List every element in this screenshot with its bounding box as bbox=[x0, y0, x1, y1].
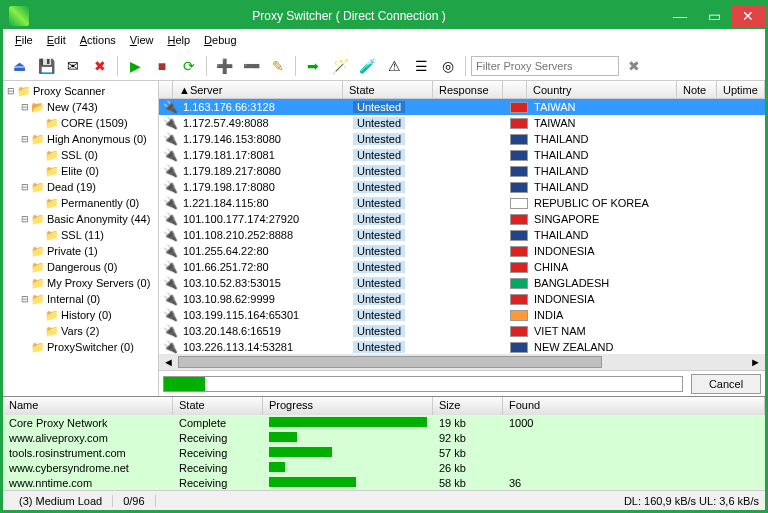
tree-node[interactable]: ⊟📁Internal (0) bbox=[5, 291, 156, 307]
test-button[interactable]: 🧪 bbox=[355, 54, 379, 78]
proxy-icon: 🔌 bbox=[163, 180, 177, 194]
col-server[interactable]: ▲ Server bbox=[173, 81, 343, 98]
tree-node[interactable]: 📁Private (1) bbox=[5, 243, 156, 259]
download-row[interactable]: tools.rosinstrument.comReceiving57 kb bbox=[3, 445, 765, 460]
filter-input[interactable] bbox=[471, 56, 619, 76]
cancel-button[interactable]: Cancel bbox=[691, 374, 761, 394]
proxy-row[interactable]: 🔌103.10.98.62:9999UntestedINDONESIA bbox=[159, 291, 765, 307]
delete-button[interactable]: ✖ bbox=[88, 54, 112, 78]
proxy-icon: 🔌 bbox=[163, 116, 177, 130]
menubar: FileEditActionsViewHelpDebug bbox=[3, 29, 765, 51]
proxy-icon: 🔌 bbox=[163, 132, 177, 146]
tree-node[interactable]: ⊟📁Basic Anonymity (44) bbox=[5, 211, 156, 227]
grid-rows[interactable]: 🔌1.163.176.66:3128UntestedTAIWAN🔌1.172.5… bbox=[159, 99, 765, 354]
eject-button[interactable]: ⏏ bbox=[7, 54, 31, 78]
add-button[interactable]: ➕ bbox=[212, 54, 236, 78]
flag-icon bbox=[510, 198, 528, 209]
proxy-row[interactable]: 🔌101.100.177.174:27920UntestedSINGAPORE bbox=[159, 211, 765, 227]
tree-node[interactable]: 📁SSL (0) bbox=[5, 147, 156, 163]
horizontal-scrollbar[interactable]: ◄► bbox=[159, 354, 765, 370]
flag-icon bbox=[510, 230, 528, 241]
proxy-icon: 🔌 bbox=[163, 212, 177, 226]
download-row[interactable]: www.cybersyndrome.netReceiving26 kb bbox=[3, 460, 765, 475]
refresh-button[interactable]: ⟳ bbox=[177, 54, 201, 78]
bcol-name[interactable]: Name bbox=[3, 397, 173, 415]
proxy-row[interactable]: 🔌101.255.64.22:80UntestedINDONESIA bbox=[159, 243, 765, 259]
bcol-progress[interactable]: Progress bbox=[263, 397, 433, 415]
menu-edit[interactable]: Edit bbox=[41, 32, 72, 48]
remove-button[interactable]: ➖ bbox=[239, 54, 263, 78]
proxy-row[interactable]: 🔌103.226.113.14:53281UntestedNEW ZEALAND bbox=[159, 339, 765, 354]
tree-node[interactable]: ⊟📁Proxy Scanner bbox=[5, 83, 156, 99]
proxy-icon: 🔌 bbox=[163, 148, 177, 162]
tree-node[interactable]: 📁ProxySwitcher (0) bbox=[5, 339, 156, 355]
target-button[interactable]: ◎ bbox=[436, 54, 460, 78]
edit-button[interactable]: ✎ bbox=[266, 54, 290, 78]
menu-file[interactable]: File bbox=[9, 32, 39, 48]
proxy-row[interactable]: 🔌103.199.115.164:65301UntestedINDIA bbox=[159, 307, 765, 323]
col-response[interactable]: Response bbox=[433, 81, 503, 98]
flag-icon bbox=[510, 166, 528, 177]
proxy-row[interactable]: 🔌103.20.148.6:16519UntestedVIET NAM bbox=[159, 323, 765, 339]
download-row[interactable]: www.nntime.comReceiving58 kb36 bbox=[3, 475, 765, 490]
tree-node[interactable]: ⊟📁Dead (19) bbox=[5, 179, 156, 195]
flag-icon bbox=[510, 342, 528, 353]
col-state[interactable]: State bbox=[343, 81, 433, 98]
clear-filter-button[interactable]: ✖ bbox=[622, 54, 646, 78]
col-uptime[interactable]: Uptime bbox=[717, 81, 765, 98]
proxy-row[interactable]: 🔌103.10.52.83:53015UntestedBANGLADESH bbox=[159, 275, 765, 291]
bcol-found[interactable]: Found bbox=[503, 397, 765, 415]
proxy-row[interactable]: 🔌101.108.210.252:8888UntestedTHAILAND bbox=[159, 227, 765, 243]
tree-node[interactable]: 📁Dangerous (0) bbox=[5, 259, 156, 275]
minimize-button[interactable]: — bbox=[663, 5, 697, 27]
list-button[interactable]: ☰ bbox=[409, 54, 433, 78]
tree-node[interactable]: 📁Permanently (0) bbox=[5, 195, 156, 211]
flag-icon bbox=[510, 214, 528, 225]
col-country[interactable]: Country bbox=[527, 81, 677, 98]
mail-button[interactable]: ✉ bbox=[61, 54, 85, 78]
menu-actions[interactable]: Actions bbox=[74, 32, 122, 48]
tree-node[interactable]: 📁CORE (1509) bbox=[5, 115, 156, 131]
proxy-row[interactable]: 🔌1.172.57.49:8088UntestedTAIWAN bbox=[159, 115, 765, 131]
proxy-icon: 🔌 bbox=[163, 340, 177, 354]
tree-panel[interactable]: ⊟📁Proxy Scanner⊟📂New (743)📁CORE (1509)⊟📁… bbox=[3, 81, 159, 396]
maximize-button[interactable]: ▭ bbox=[697, 5, 731, 27]
proxy-row[interactable]: 🔌1.179.181.17:8081UntestedTHAILAND bbox=[159, 147, 765, 163]
proxy-row[interactable]: 🔌1.179.189.217:8080UntestedTHAILAND bbox=[159, 163, 765, 179]
app-icon bbox=[9, 6, 29, 26]
flag-icon bbox=[510, 118, 528, 129]
proxy-row[interactable]: 🔌1.179.146.153:8080UntestedTHAILAND bbox=[159, 131, 765, 147]
tree-node[interactable]: ⊟📂New (743) bbox=[5, 99, 156, 115]
save-button[interactable]: 💾 bbox=[34, 54, 58, 78]
stop-button[interactable]: ■ bbox=[150, 54, 174, 78]
play-button[interactable]: ▶ bbox=[123, 54, 147, 78]
proxy-row[interactable]: 🔌1.163.176.66:3128UntestedTAIWAN bbox=[159, 99, 765, 115]
tree-node[interactable]: 📁Elite (0) bbox=[5, 163, 156, 179]
warn-button[interactable]: ⚠ bbox=[382, 54, 406, 78]
proxy-icon: 🔌 bbox=[163, 164, 177, 178]
tree-node[interactable]: 📁History (0) bbox=[5, 307, 156, 323]
flag-icon bbox=[510, 150, 528, 161]
flag-icon bbox=[510, 294, 528, 305]
proxy-row[interactable]: 🔌1.179.198.17:8080UntestedTHAILAND bbox=[159, 179, 765, 195]
tree-node[interactable]: ⊟📁High Anonymous (0) bbox=[5, 131, 156, 147]
bcol-state[interactable]: State bbox=[173, 397, 263, 415]
forward-button[interactable]: ➡ bbox=[301, 54, 325, 78]
close-button[interactable]: ✕ bbox=[731, 5, 765, 27]
proxy-row[interactable]: 🔌101.66.251.72:80UntestedCHINA bbox=[159, 259, 765, 275]
proxy-icon: 🔌 bbox=[163, 276, 177, 290]
flag-icon bbox=[510, 182, 528, 193]
col-note[interactable]: Note bbox=[677, 81, 717, 98]
tree-node[interactable]: 📁Vars (2) bbox=[5, 323, 156, 339]
wand-button[interactable]: 🪄 bbox=[328, 54, 352, 78]
tree-node[interactable]: 📁My Proxy Servers (0) bbox=[5, 275, 156, 291]
bcol-size[interactable]: Size bbox=[433, 397, 503, 415]
proxy-row[interactable]: 🔌1.221.184.115:80UntestedREPUBLIC OF KOR… bbox=[159, 195, 765, 211]
tree-node[interactable]: 📁SSL (11) bbox=[5, 227, 156, 243]
proxy-icon: 🔌 bbox=[163, 228, 177, 242]
menu-debug[interactable]: Debug bbox=[198, 32, 242, 48]
download-row[interactable]: Core Proxy NetworkComplete19 kb1000 bbox=[3, 415, 765, 430]
menu-view[interactable]: View bbox=[124, 32, 160, 48]
menu-help[interactable]: Help bbox=[161, 32, 196, 48]
download-row[interactable]: www.aliveproxy.comReceiving92 kb bbox=[3, 430, 765, 445]
